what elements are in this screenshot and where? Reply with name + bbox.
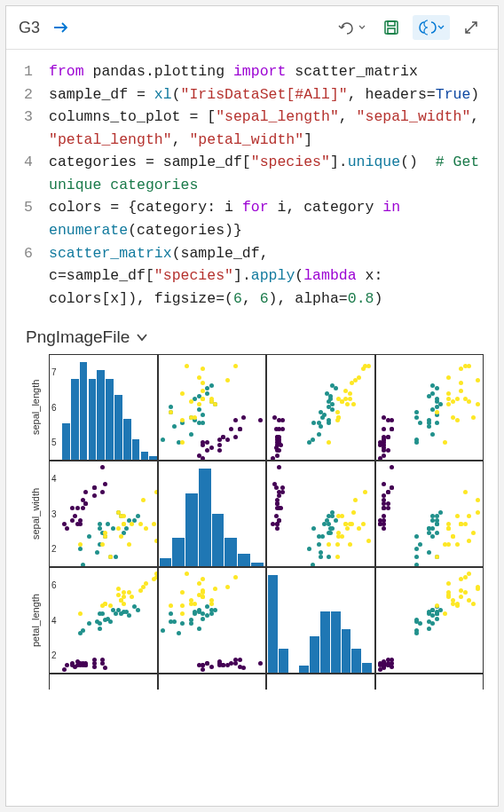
matrix-cell: 432 — [49, 461, 158, 567]
svg-rect-0 — [385, 21, 398, 34]
matrix-cell-partial — [49, 674, 158, 690]
y-ticks: 765 — [51, 355, 57, 460]
matrix-cell-partial — [375, 674, 484, 690]
formula-editor-panel: G3 1from pandas.plotting import scatter_… — [5, 5, 499, 807]
undo-button[interactable] — [333, 15, 370, 40]
arrow-right-icon[interactable] — [52, 20, 70, 35]
code-line[interactable]: 5colors = {category: i for i, category i… — [6, 196, 498, 241]
matrix-cell — [158, 354, 267, 461]
code-editor[interactable]: 1from pandas.plotting import scatter_mat… — [6, 50, 498, 320]
save-button[interactable] — [377, 15, 406, 40]
scatter-matrix: sepal_length765sepal_width432petal_lengt… — [22, 354, 484, 700]
code-line[interactable]: 4categories = sample_df["species"].uniqu… — [6, 151, 498, 196]
matrix-cell — [266, 567, 375, 674]
matrix-cell — [375, 461, 484, 567]
svg-rect-2 — [388, 28, 395, 34]
matrix-cell: 642 — [49, 567, 158, 674]
y-ticks: 642 — [51, 568, 57, 673]
insert-reference-button[interactable] — [413, 15, 450, 40]
output-type-text: PngImageFile — [26, 327, 130, 347]
matrix-cell — [266, 354, 375, 461]
line-number: 1 — [6, 60, 49, 83]
code-content[interactable]: categories = sample_df["species"].unique… — [49, 151, 498, 196]
axis-label-y: sepal_length — [22, 354, 49, 461]
matrix-cell-partial — [158, 674, 267, 690]
output-type-label[interactable]: PngImageFile — [6, 320, 498, 351]
code-content[interactable]: sample_df = xl("IrisDataSet[#All]", head… — [49, 83, 498, 106]
matrix-cell: 765 — [49, 354, 158, 461]
chevron-down-icon — [135, 332, 149, 343]
axis-label-y: sepal_width — [22, 461, 49, 567]
line-number: 3 — [6, 106, 49, 151]
cell-reference: G3 — [19, 19, 40, 37]
plot-output: sepal_length765sepal_width432petal_lengt… — [6, 351, 498, 704]
code-line[interactable]: 1from pandas.plotting import scatter_mat… — [6, 60, 498, 83]
axis-label-y-partial — [22, 674, 49, 690]
code-content[interactable]: from pandas.plotting import scatter_matr… — [49, 60, 498, 83]
matrix-cell — [158, 567, 267, 674]
code-content[interactable]: colors = {category: i for i, category in… — [49, 196, 498, 241]
code-line[interactable]: 3columns_to_plot = ["sepal_length", "sep… — [6, 106, 498, 151]
axis-label-y: petal_length — [22, 567, 49, 674]
svg-rect-1 — [388, 21, 395, 26]
matrix-cell — [158, 461, 267, 567]
code-content[interactable]: scatter_matrix(sample_df, c=sample_df["s… — [49, 242, 498, 311]
editor-header: G3 — [6, 6, 498, 50]
line-number: 6 — [6, 242, 49, 311]
matrix-cell — [375, 354, 484, 461]
code-content[interactable]: columns_to_plot = ["sepal_length", "sepa… — [49, 106, 498, 151]
line-number: 2 — [6, 83, 49, 106]
code-line[interactable]: 2sample_df = xl("IrisDataSet[#All]", hea… — [6, 83, 498, 106]
matrix-cell-partial — [266, 674, 375, 690]
expand-button[interactable] — [457, 15, 485, 40]
matrix-cell — [375, 567, 484, 674]
matrix-cell — [266, 461, 375, 567]
code-line[interactable]: 6scatter_matrix(sample_df, c=sample_df["… — [6, 242, 498, 311]
line-number: 4 — [6, 151, 49, 196]
line-number: 5 — [6, 196, 49, 241]
y-ticks: 432 — [51, 461, 57, 566]
